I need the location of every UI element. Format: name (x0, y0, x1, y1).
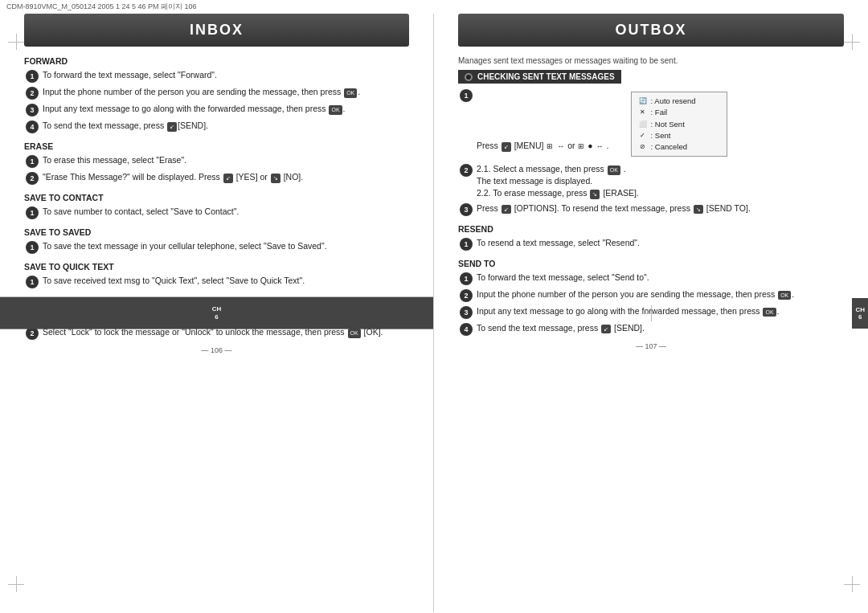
status-cancelled: ⊘ : Canceled (638, 141, 720, 153)
fail-icon: ✕ (638, 108, 648, 117)
checking-header: CHECKING SENT TEXT MESSAGES (458, 70, 621, 84)
save-to-quick-text-title: SAVE TO QUICK TEXT (24, 262, 409, 272)
inbox-title: INBOX (24, 14, 409, 47)
save-quick-step-1: 1 To save received text msg to "Quick Te… (24, 275, 409, 288)
ok-icon-out: OK (608, 166, 620, 175)
no-button-icon: ↘ (271, 174, 280, 183)
erase-step-2: 2 "Erase This Message?" will be displaye… (24, 171, 409, 185)
checking-dot-icon (465, 73, 473, 81)
chapter-tab-right: CH 6 (852, 298, 868, 329)
sendto-step-1: 1 To forward the text message, select "S… (458, 272, 844, 285)
checking-step-3: 3 Press ↙ [OPTIONS]. To resend the text … (458, 202, 844, 216)
sendto-btn-icon: ↘ (694, 205, 703, 215)
status-not-sent: ⬜ : Not Sent (638, 119, 720, 130)
sendto-step-4: 4 To send the text message, press ↙ [SEN… (458, 322, 844, 336)
nav-arrow-icon: ↔ (557, 141, 564, 152)
ok-btn-icon-st2: OK (763, 308, 776, 317)
save-contact-step-1: 1 To save number to contact, select "Sav… (24, 206, 409, 219)
forward-step-1: 1 To forward the text message, select "F… (24, 69, 409, 83)
nav-arrow-2: ↔ (596, 141, 604, 152)
status-menu-box: 🔄 : Auto resend ✕ : Fail ⬜ : Not Sent ✓ … (631, 92, 727, 157)
chapter-tab-left: CH 6 (0, 296, 433, 329)
not-sent-icon: ⬜ (638, 120, 648, 129)
yes-button-icon: ↙ (223, 174, 233, 183)
inbox-page: INBOX FORWARD 1 To forward the text mess… (0, 14, 434, 612)
forward-section-title: FORWARD (24, 56, 409, 66)
nav-icon: ⊞ (547, 141, 553, 152)
status-auto-resend: 🔄 : Auto resend (638, 96, 720, 107)
resend-section-title: RESEND (458, 224, 844, 234)
save-to-saved-title: SAVE TO SAVED (24, 227, 409, 237)
ok-button-icon-2: OK (329, 105, 342, 115)
save-saved-step-1: 1 To save the text message in your cellu… (24, 240, 409, 254)
crosshair-center (643, 305, 659, 321)
ok-btn-icon-st: OK (778, 291, 791, 300)
crosshair-tr (844, 34, 860, 50)
ok-button-icon: OK (344, 88, 357, 98)
outbox-page: OUTBOX Manages sent text messages or mes… (434, 14, 868, 612)
nav-icon-2: ⊞ (578, 141, 584, 152)
erase-step-1: 1 To erase this message, select "Erase". (24, 154, 409, 168)
send-to-section-title: SEND TO (458, 259, 844, 268)
status-sent: ✓ : Sent (638, 130, 720, 141)
crosshair-br (844, 576, 860, 592)
send-btn-icon-st: ↙ (601, 325, 611, 334)
menu-left-icon: ↙ (502, 142, 511, 152)
save-to-contact-title: SAVE TO CONTACT (24, 193, 409, 202)
right-page-num: — 107 — (458, 342, 844, 350)
cancelled-icon: ⊘ (638, 142, 648, 152)
erase-section-title: ERASE (24, 141, 409, 151)
forward-step-2: 2 Input the phone number of the person y… (24, 86, 409, 100)
forward-step-3: 3 Input any text message to go along wit… (24, 103, 409, 116)
top-bar: CDM-8910VMC_M_050124 2005 1 24 5 46 PM 페… (0, 0, 868, 14)
forward-step-4: 4 To send the text message, press ↙[SEND… (24, 120, 409, 133)
left-page-num: — 106 — (24, 346, 409, 354)
erase-btn-icon: ↘ (590, 190, 600, 199)
outbox-title: OUTBOX (458, 14, 844, 47)
status-fail: ✕ : Fail (638, 107, 720, 118)
checking-step-2: 2 2.1. Select a message, then press OK .… (458, 163, 844, 198)
resend-step-1: 1 To resend a text message, select "Rese… (458, 237, 844, 251)
outbox-intro: Manages sent text messages or messages w… (458, 56, 844, 65)
crosshair-bl (8, 576, 24, 592)
crosshair-tl (8, 34, 24, 50)
checking-step-1: 1 Press ↙ [MENU] ⊞ ↔ or ⊞ ● ↔ . 🔄 : Auto… (458, 88, 844, 160)
send-button-icon: ↙ (167, 122, 177, 132)
ok-button-icon-3: OK (348, 329, 361, 338)
sent-icon: ✓ (638, 131, 648, 141)
auto-resend-icon: 🔄 (638, 96, 648, 106)
sendto-step-2: 2 Input the phone number of the person y… (458, 288, 844, 302)
options-btn-icon: ↙ (502, 205, 511, 215)
